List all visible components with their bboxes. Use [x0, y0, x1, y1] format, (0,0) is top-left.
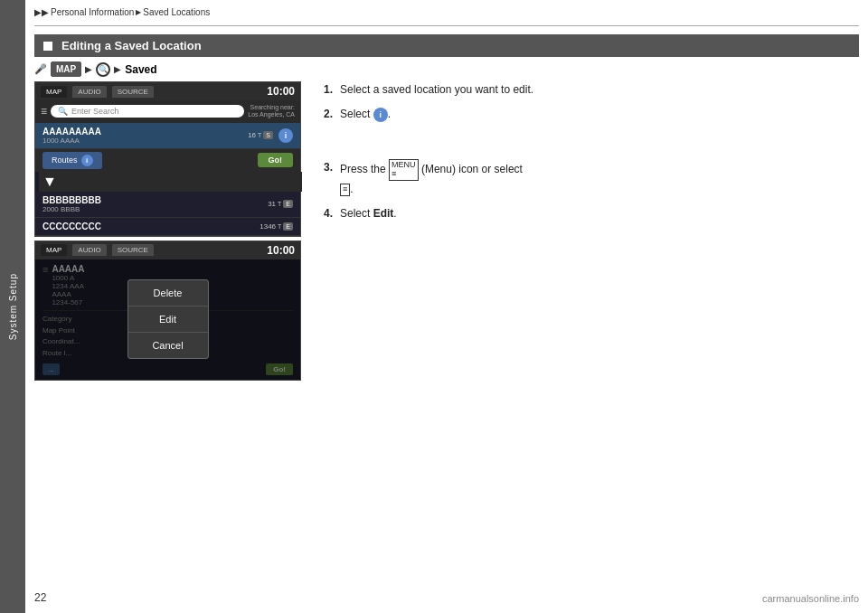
screen1-search-box[interactable]: 🔍 Enter Search: [51, 105, 244, 118]
search-icon: 🔍: [58, 107, 68, 116]
search-circle-icon: 🔍: [96, 62, 110, 77]
search-placeholder: Enter Search: [71, 107, 119, 116]
screens-area: MAP AUDIO SOURCE 10:00 ≡ 🔍 Enter Search …: [34, 81, 306, 384]
sidebar: System Setup: [0, 0, 25, 613]
mic-icon: 🎤: [34, 63, 47, 75]
breadcrumb-arrow2: ▶: [136, 8, 141, 16]
edit-button[interactable]: Edit: [128, 306, 208, 333]
step2-text: Select i.: [340, 106, 391, 123]
delete-button[interactable]: Delete: [128, 280, 208, 306]
step1: 1. Select a saved location you want to e…: [324, 81, 859, 99]
screen1-action-row: Routes i Go!: [35, 149, 300, 172]
step2-num: 2.: [324, 106, 336, 123]
screen2: MAP AUDIO SOURCE 10:00 ≡ AAAAA 1000 A 12…: [34, 240, 301, 381]
section-header: Editing a Saved Location: [34, 34, 859, 57]
screen1-time: 10:00: [267, 85, 295, 98]
screen2-time: 10:00: [267, 244, 295, 257]
breadcrumb: ▶▶ Personal Information ▶ Saved Location…: [34, 7, 210, 17]
instructions: 1. Select a saved location you want to e…: [324, 81, 859, 231]
list-item-a[interactable]: AAAAAAAAA 1000 AAAA 16T S i: [35, 123, 300, 149]
section-title: Editing a Saved Location: [61, 39, 202, 52]
screen1-near: Searching near: Los Angeles, CA: [248, 104, 295, 119]
info-icon-a[interactable]: i: [278, 128, 293, 143]
routes-button[interactable]: Routes i: [42, 152, 102, 169]
screen1-menu-btn[interactable]: ≡: [41, 105, 47, 118]
sidebar-label: System Setup: [8, 273, 18, 340]
screen1-search-row: ≡ 🔍 Enter Search Searching near: Los Ang…: [35, 100, 300, 123]
top-divider: [34, 25, 859, 26]
screen2-tab-source[interactable]: SOURCE: [112, 244, 154, 256]
routes-info-icon: i: [81, 155, 93, 166]
scroll-down-arrow[interactable]: ▼: [39, 172, 302, 192]
step3-text: Press the MENU≡ (Menu) icon or select ≡.: [340, 159, 523, 198]
saved-label: Saved: [125, 63, 156, 76]
cancel-button[interactable]: Cancel: [128, 333, 208, 358]
step1-num: 1.: [324, 81, 336, 99]
modal-overlay: Delete Edit Cancel: [35, 259, 300, 380]
nav-bar: 🎤 MAP ▶ 🔍 ▶ Saved: [34, 61, 157, 77]
step1-text: Select a saved location you want to edit…: [340, 81, 533, 99]
screen2-topbar: MAP AUDIO SOURCE 10:00: [35, 241, 300, 259]
watermark: carmanualsonline.info: [762, 593, 859, 604]
page-number: 22: [34, 591, 46, 604]
screen1-tab-map[interactable]: MAP: [41, 86, 67, 98]
modal-menu: Delete Edit Cancel: [127, 279, 209, 359]
list-item-b[interactable]: BBBBBBBBB 2000 BBBB 31T E: [35, 192, 300, 218]
menu-icon-inline: MENU≡: [389, 159, 419, 181]
step4-text: Select Edit.: [340, 205, 397, 222]
step4: 4. Select Edit.: [324, 205, 859, 222]
breadcrumb-arrows: ▶▶: [34, 7, 49, 17]
main-content: ▶▶ Personal Information ▶ Saved Location…: [25, 0, 868, 613]
step3: 3. Press the MENU≡ (Menu) icon or select…: [324, 159, 859, 198]
info-inline-icon: i: [373, 108, 388, 122]
step3-num: 3.: [324, 159, 336, 198]
header-marker: [43, 42, 52, 51]
screen2-tab-audio[interactable]: AUDIO: [72, 244, 106, 256]
nav-arrow1: ▶: [85, 64, 92, 74]
screen1-topbar: MAP AUDIO SOURCE 10:00: [35, 82, 300, 100]
breadcrumb-part1: Personal Information: [51, 7, 134, 17]
screen1-tab-source[interactable]: SOURCE: [112, 86, 154, 98]
list-item-c[interactable]: CCCCCCCCC 1346T E: [35, 218, 300, 236]
step4-num: 4.: [324, 205, 336, 222]
breadcrumb-part2: Saved Locations: [143, 7, 210, 17]
screen1-tab-audio[interactable]: AUDIO: [72, 86, 106, 98]
step2: 2. Select i.: [324, 106, 859, 123]
screen2-tab-map[interactable]: MAP: [41, 244, 67, 256]
menu-icon-inline2: ≡: [340, 184, 350, 196]
screen1: MAP AUDIO SOURCE 10:00 ≡ 🔍 Enter Search …: [34, 81, 301, 237]
nav-arrow2: ▶: [114, 64, 121, 74]
map-tab[interactable]: MAP: [51, 61, 81, 77]
go-button[interactable]: Go!: [258, 153, 294, 167]
